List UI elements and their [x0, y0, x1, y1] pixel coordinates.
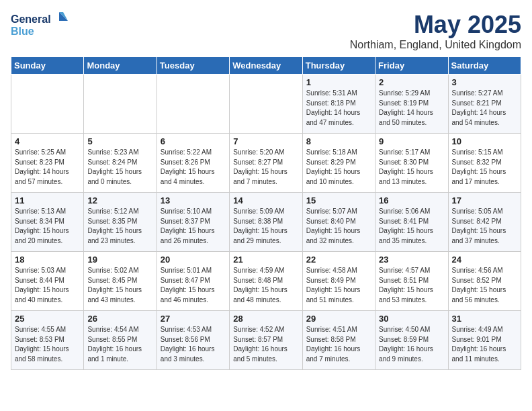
calendar-cell: 21Sunrise: 4:59 AMSunset: 8:48 PMDayligh…: [230, 252, 302, 311]
calendar-cell: 1Sunrise: 5:31 AMSunset: 8:18 PMDaylight…: [302, 75, 375, 134]
day-info: Sunrise: 5:31 AMSunset: 8:18 PMDaylight:…: [306, 89, 371, 128]
header-friday: Friday: [375, 57, 448, 75]
day-number: 25: [15, 314, 80, 324]
day-info: Sunrise: 5:27 AMSunset: 8:21 PMDaylight:…: [452, 89, 517, 128]
day-number: 10: [452, 136, 517, 146]
calendar-cell: 27Sunrise: 4:53 AMSunset: 8:56 PMDayligh…: [157, 311, 229, 370]
day-number: 19: [87, 255, 152, 265]
header-sunday: Sunday: [11, 57, 84, 75]
calendar-cell: 2Sunrise: 5:29 AMSunset: 8:19 PMDaylight…: [375, 75, 448, 134]
calendar-table: Sunday Monday Tuesday Wednesday Thursday…: [11, 56, 521, 370]
day-info: Sunrise: 5:15 AMSunset: 8:32 PMDaylight:…: [452, 148, 517, 187]
day-number: 4: [15, 136, 80, 146]
day-number: 17: [452, 195, 517, 205]
day-number: 18: [15, 255, 80, 265]
day-number: 30: [379, 314, 444, 324]
calendar-cell: 8Sunrise: 5:18 AMSunset: 8:29 PMDaylight…: [302, 134, 375, 193]
calendar-cell: 23Sunrise: 4:57 AMSunset: 8:51 PMDayligh…: [375, 252, 448, 311]
calendar-cell: [84, 75, 157, 134]
calendar-cell: 4Sunrise: 5:25 AMSunset: 8:23 PMDaylight…: [11, 134, 84, 193]
calendar-cell: [11, 75, 84, 134]
calendar-cell: 12Sunrise: 5:12 AMSunset: 8:35 PMDayligh…: [84, 193, 157, 252]
page-header: General Blue May 2025 Northiam, England,…: [11, 11, 521, 51]
header-saturday: Saturday: [448, 57, 521, 75]
header-thursday: Thursday: [302, 57, 375, 75]
calendar-cell: [230, 75, 302, 134]
day-info: Sunrise: 5:20 AMSunset: 8:27 PMDaylight:…: [233, 148, 298, 187]
calendar-cell: 16Sunrise: 5:06 AMSunset: 8:41 PMDayligh…: [375, 193, 448, 252]
calendar-cell: 13Sunrise: 5:10 AMSunset: 8:37 PMDayligh…: [157, 193, 229, 252]
day-info: Sunrise: 4:58 AMSunset: 8:49 PMDaylight:…: [306, 266, 371, 305]
day-info: Sunrise: 5:07 AMSunset: 8:40 PMDaylight:…: [306, 207, 371, 246]
day-number: 27: [161, 314, 226, 324]
calendar-cell: 28Sunrise: 4:52 AMSunset: 8:57 PMDayligh…: [230, 311, 302, 370]
day-number: 21: [233, 255, 298, 265]
calendar-cell: 25Sunrise: 4:55 AMSunset: 8:53 PMDayligh…: [11, 311, 84, 370]
calendar-cell: 19Sunrise: 5:02 AMSunset: 8:45 PMDayligh…: [84, 252, 157, 311]
day-number: 16: [379, 195, 444, 205]
day-info: Sunrise: 5:03 AMSunset: 8:44 PMDaylight:…: [15, 266, 80, 305]
day-number: 6: [161, 136, 226, 146]
calendar-cell: 6Sunrise: 5:22 AMSunset: 8:26 PMDaylight…: [157, 134, 229, 193]
day-number: 26: [87, 314, 152, 324]
day-info: Sunrise: 4:49 AMSunset: 9:01 PMDaylight:…: [452, 325, 517, 364]
calendar-cell: 31Sunrise: 4:49 AMSunset: 9:01 PMDayligh…: [448, 311, 521, 370]
day-number: 15: [306, 195, 371, 205]
header-tuesday: Tuesday: [157, 57, 229, 75]
day-info: Sunrise: 5:22 AMSunset: 8:26 PMDaylight:…: [161, 148, 226, 187]
calendar-cell: 30Sunrise: 4:50 AMSunset: 8:59 PMDayligh…: [375, 311, 448, 370]
calendar-cell: 3Sunrise: 5:27 AMSunset: 8:21 PMDaylight…: [448, 75, 521, 134]
day-info: Sunrise: 4:55 AMSunset: 8:53 PMDaylight:…: [15, 325, 80, 364]
day-info: Sunrise: 5:01 AMSunset: 8:47 PMDaylight:…: [161, 266, 226, 305]
calendar-week-1: 1Sunrise: 5:31 AMSunset: 8:18 PMDaylight…: [11, 75, 521, 134]
day-info: Sunrise: 5:17 AMSunset: 8:30 PMDaylight:…: [379, 148, 444, 187]
day-number: 20: [161, 255, 226, 265]
day-info: Sunrise: 5:29 AMSunset: 8:19 PMDaylight:…: [379, 89, 444, 128]
calendar-cell: 5Sunrise: 5:23 AMSunset: 8:24 PMDaylight…: [84, 134, 157, 193]
calendar-cell: 29Sunrise: 4:51 AMSunset: 8:58 PMDayligh…: [302, 311, 375, 370]
day-info: Sunrise: 4:52 AMSunset: 8:57 PMDaylight:…: [233, 325, 298, 364]
day-info: Sunrise: 5:10 AMSunset: 8:37 PMDaylight:…: [161, 207, 226, 246]
calendar-cell: 14Sunrise: 5:09 AMSunset: 8:38 PMDayligh…: [230, 193, 302, 252]
calendar-subtitle: Northiam, England, United Kingdom: [350, 39, 521, 51]
day-number: 14: [233, 195, 298, 205]
day-number: 12: [87, 195, 152, 205]
calendar-week-3: 11Sunrise: 5:13 AMSunset: 8:34 PMDayligh…: [11, 193, 521, 252]
day-number: 28: [233, 314, 298, 324]
day-info: Sunrise: 5:18 AMSunset: 8:29 PMDaylight:…: [306, 148, 371, 187]
header-wednesday: Wednesday: [230, 57, 302, 75]
calendar-cell: 10Sunrise: 5:15 AMSunset: 8:32 PMDayligh…: [448, 134, 521, 193]
day-info: Sunrise: 4:53 AMSunset: 8:56 PMDaylight:…: [161, 325, 226, 364]
day-info: Sunrise: 4:57 AMSunset: 8:51 PMDaylight:…: [379, 266, 444, 305]
day-info: Sunrise: 5:05 AMSunset: 8:42 PMDaylight:…: [452, 207, 517, 246]
day-number: 11: [15, 195, 80, 205]
day-info: Sunrise: 4:56 AMSunset: 8:52 PMDaylight:…: [452, 266, 517, 305]
day-number: 31: [452, 314, 517, 324]
calendar-header-row: Sunday Monday Tuesday Wednesday Thursday…: [11, 57, 521, 75]
day-number: 2: [379, 77, 444, 87]
calendar-cell: 26Sunrise: 4:54 AMSunset: 8:55 PMDayligh…: [84, 311, 157, 370]
calendar-title: May 2025: [350, 11, 521, 39]
calendar-week-4: 18Sunrise: 5:03 AMSunset: 8:44 PMDayligh…: [11, 252, 521, 311]
calendar-week-2: 4Sunrise: 5:25 AMSunset: 8:23 PMDaylight…: [11, 134, 521, 193]
day-info: Sunrise: 4:51 AMSunset: 8:58 PMDaylight:…: [306, 325, 371, 364]
calendar-cell: 9Sunrise: 5:17 AMSunset: 8:30 PMDaylight…: [375, 134, 448, 193]
day-number: 8: [306, 136, 371, 146]
calendar-cell: 22Sunrise: 4:58 AMSunset: 8:49 PMDayligh…: [302, 252, 375, 311]
logo: General Blue: [11, 11, 71, 40]
calendar-cell: 15Sunrise: 5:07 AMSunset: 8:40 PMDayligh…: [302, 193, 375, 252]
calendar-week-5: 25Sunrise: 4:55 AMSunset: 8:53 PMDayligh…: [11, 311, 521, 370]
day-number: 9: [379, 136, 444, 146]
day-info: Sunrise: 5:06 AMSunset: 8:41 PMDaylight:…: [379, 207, 444, 246]
day-number: 24: [452, 255, 517, 265]
day-info: Sunrise: 4:59 AMSunset: 8:48 PMDaylight:…: [233, 266, 298, 305]
calendar-cell: 7Sunrise: 5:20 AMSunset: 8:27 PMDaylight…: [230, 134, 302, 193]
day-info: Sunrise: 5:25 AMSunset: 8:23 PMDaylight:…: [15, 148, 80, 187]
calendar-cell: [157, 75, 229, 134]
day-number: 5: [87, 136, 152, 146]
day-info: Sunrise: 5:12 AMSunset: 8:35 PMDaylight:…: [87, 207, 152, 246]
logo-svg: General Blue: [11, 11, 71, 40]
calendar-cell: 11Sunrise: 5:13 AMSunset: 8:34 PMDayligh…: [11, 193, 84, 252]
calendar-cell: 17Sunrise: 5:05 AMSunset: 8:42 PMDayligh…: [448, 193, 521, 252]
calendar-cell: 18Sunrise: 5:03 AMSunset: 8:44 PMDayligh…: [11, 252, 84, 311]
